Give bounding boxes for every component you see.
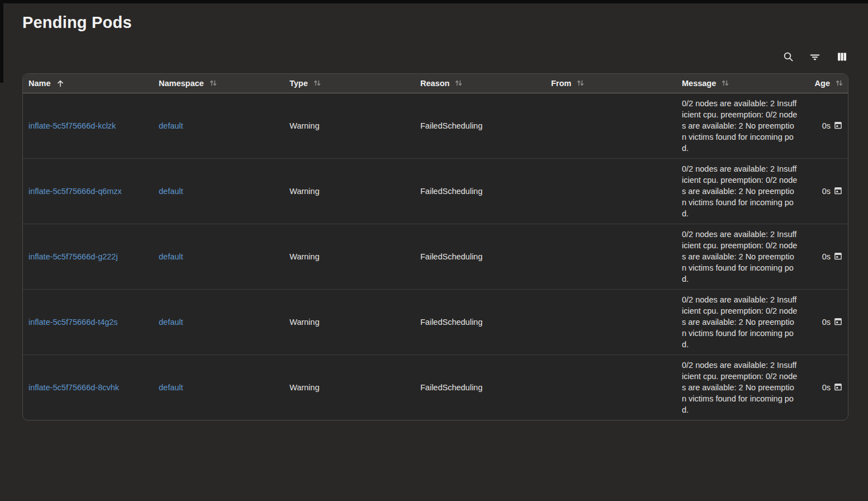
- table-row: inflate-5c5f75666d-t4g2s default Warning…: [23, 289, 848, 355]
- namespace-cell: default: [153, 289, 284, 355]
- age-cell: 0s: [808, 158, 848, 224]
- age-value: 0s: [822, 187, 831, 196]
- search-button[interactable]: [781, 51, 795, 64]
- name-cell: inflate-5c5f75666d-t4g2s: [23, 289, 153, 355]
- namespace-cell: default: [153, 93, 284, 158]
- calendar-icon: [834, 317, 842, 327]
- column-header-reason[interactable]: Reason: [415, 74, 546, 93]
- filter-button[interactable]: [808, 51, 822, 64]
- sort-both-icon: [835, 79, 843, 87]
- namespace-link[interactable]: default: [159, 187, 183, 196]
- table-header-row: Name Namespace: [23, 74, 848, 93]
- age-value: 0s: [822, 383, 831, 392]
- window-left-edge: [0, 0, 3, 83]
- column-label-reason: Reason: [420, 79, 449, 88]
- table-row: inflate-5c5f75666d-q6mzx default Warning…: [23, 158, 848, 224]
- column-header-namespace[interactable]: Namespace: [153, 74, 284, 93]
- column-label-age: Age: [815, 79, 830, 88]
- calendar-icon: [834, 186, 842, 196]
- type-cell: Warning: [284, 158, 415, 224]
- age-cell: 0s: [808, 355, 848, 420]
- sort-both-icon: [313, 79, 321, 87]
- calendar-icon: [834, 252, 842, 262]
- pod-name-link[interactable]: inflate-5c5f75666d-q6mzx: [29, 187, 122, 196]
- sort-both-icon: [454, 79, 463, 87]
- name-cell: inflate-5c5f75666d-kclzk: [23, 93, 153, 158]
- pod-name-link[interactable]: inflate-5c5f75666d-kclzk: [29, 121, 116, 130]
- from-cell: [546, 355, 676, 420]
- name-cell: inflate-5c5f75666d-q6mzx: [23, 158, 153, 224]
- from-cell: [546, 93, 676, 158]
- type-cell: Warning: [284, 93, 415, 158]
- pod-name-link[interactable]: inflate-5c5f75666d-t4g2s: [29, 318, 118, 327]
- column-header-type[interactable]: Type: [284, 74, 415, 93]
- column-label-type: Type: [290, 79, 308, 88]
- table-toolbar: [22, 51, 848, 64]
- age-value: 0s: [822, 121, 831, 130]
- name-cell: inflate-5c5f75666d-8cvhk: [23, 355, 153, 420]
- column-label-from: From: [551, 79, 571, 88]
- table-row: inflate-5c5f75666d-kclzk default Warning…: [23, 93, 848, 158]
- column-label-namespace: Namespace: [159, 79, 204, 88]
- calendar-icon: [834, 382, 842, 393]
- column-header-message[interactable]: Message: [676, 74, 808, 93]
- filter-icon: [809, 51, 821, 65]
- window-top-edge: [0, 0, 868, 3]
- message-cell: 0/2 nodes are available: 2 Insufficient …: [676, 224, 808, 289]
- column-header-name[interactable]: Name: [23, 74, 153, 93]
- sort-both-icon: [576, 79, 585, 87]
- columns-button[interactable]: [835, 51, 848, 64]
- age-value: 0s: [822, 252, 831, 261]
- namespace-link[interactable]: default: [159, 121, 183, 130]
- reason-cell: FailedScheduling: [415, 158, 546, 224]
- column-label-message: Message: [682, 79, 716, 88]
- reason-cell: FailedScheduling: [415, 224, 546, 289]
- namespace-cell: default: [153, 355, 284, 420]
- message-cell: 0/2 nodes are available: 2 Insufficient …: [676, 93, 808, 158]
- namespace-link[interactable]: default: [159, 252, 183, 261]
- type-cell: Warning: [284, 289, 415, 355]
- reason-cell: FailedScheduling: [415, 289, 546, 355]
- sort-both-icon: [721, 79, 729, 87]
- pod-name-link[interactable]: inflate-5c5f75666d-8cvhk: [29, 383, 119, 392]
- namespace-cell: default: [153, 158, 284, 224]
- pending-pods-page: Pending Pods: [0, 0, 868, 420]
- reason-cell: FailedScheduling: [415, 355, 546, 420]
- age-value: 0s: [822, 318, 831, 327]
- age-cell: 0s: [808, 224, 848, 289]
- namespace-cell: default: [153, 224, 284, 289]
- sort-ascending-icon: [56, 79, 65, 88]
- sort-both-icon: [209, 79, 217, 87]
- age-cell: 0s: [808, 93, 848, 158]
- type-cell: Warning: [284, 224, 415, 289]
- from-cell: [546, 158, 676, 224]
- calendar-icon: [834, 121, 842, 131]
- table-row: inflate-5c5f75666d-8cvhk default Warning…: [23, 355, 848, 420]
- table-body: inflate-5c5f75666d-kclzk default Warning…: [23, 93, 848, 420]
- pod-name-link[interactable]: inflate-5c5f75666d-g222j: [29, 252, 118, 261]
- column-header-from[interactable]: From: [546, 74, 676, 93]
- name-cell: inflate-5c5f75666d-g222j: [23, 224, 153, 289]
- column-label-name: Name: [29, 79, 51, 88]
- columns-icon: [836, 51, 848, 64]
- from-cell: [546, 289, 676, 355]
- reason-cell: FailedScheduling: [415, 93, 546, 158]
- from-cell: [546, 224, 676, 289]
- search-icon: [782, 51, 794, 64]
- message-cell: 0/2 nodes are available: 2 Insufficient …: [676, 355, 808, 420]
- namespace-link[interactable]: default: [159, 383, 183, 392]
- message-cell: 0/2 nodes are available: 2 Insufficient …: [676, 158, 808, 224]
- page-title: Pending Pods: [22, 13, 848, 32]
- column-header-age[interactable]: Age: [808, 74, 848, 93]
- events-table-card: Name Namespace: [22, 73, 848, 420]
- type-cell: Warning: [284, 355, 415, 420]
- namespace-link[interactable]: default: [159, 318, 183, 327]
- events-table: Name Namespace: [23, 74, 848, 420]
- table-row: inflate-5c5f75666d-g222j default Warning…: [23, 224, 848, 289]
- message-cell: 0/2 nodes are available: 2 Insufficient …: [676, 289, 808, 355]
- age-cell: 0s: [808, 289, 848, 355]
